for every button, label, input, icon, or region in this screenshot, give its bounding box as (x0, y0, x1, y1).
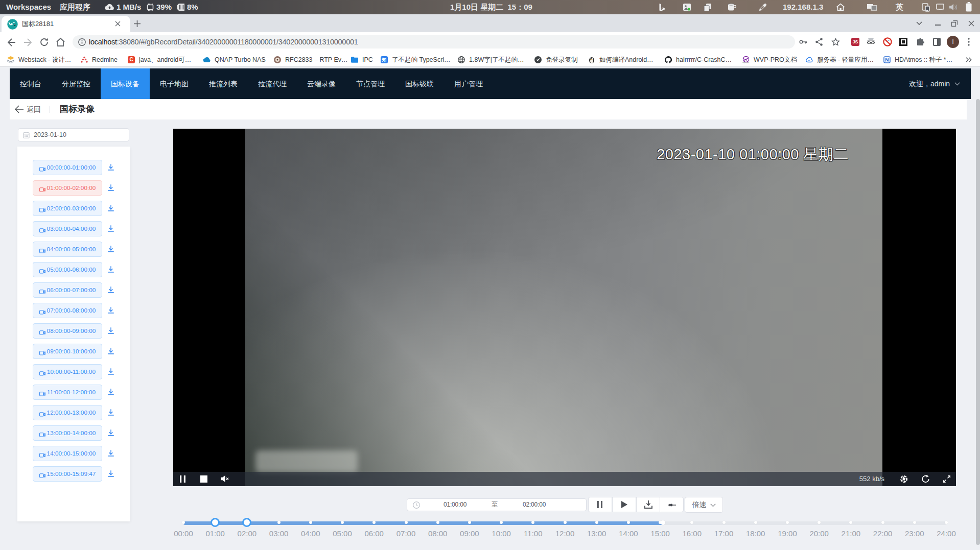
svg-text:WVP-PRO: WVP-PRO (742, 62, 750, 63)
